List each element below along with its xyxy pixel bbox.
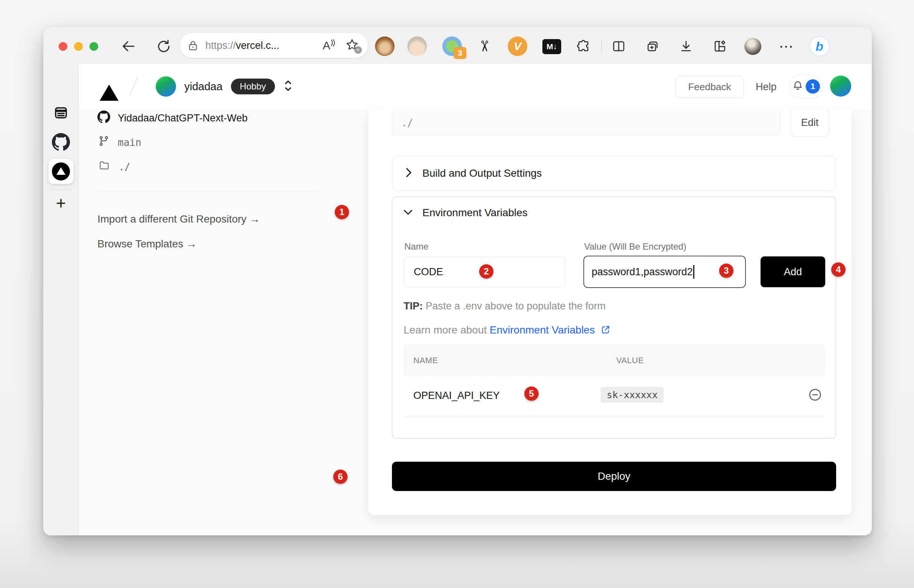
extensions-puzzle-icon[interactable] [574, 37, 593, 56]
env-col-value: VALUE [616, 355, 644, 365]
root-directory-input: ./ [392, 110, 780, 135]
deploy-button[interactable]: Deploy [392, 462, 836, 491]
notification-count-badge: 1 [806, 79, 820, 94]
vercel-page: yidadaa Hobby Feedback Help 1 Yidadaa/Ch… [78, 64, 872, 535]
env-learn-more: Learn more about Environment Variables [404, 324, 610, 337]
notifications-button[interactable]: 1 [789, 75, 823, 98]
sidebar-divider [50, 189, 72, 190]
annotation-badge-5: 5 [524, 386, 539, 401]
read-aloud-icon[interactable]: A [323, 39, 335, 52]
settings-more-icon[interactable]: ⋯ [777, 37, 796, 56]
annotation-badge-4: 4 [831, 262, 846, 277]
workspaces-icon[interactable] [710, 37, 730, 56]
environment-variables-section: Environment Variables Name Value (Will B… [392, 197, 836, 439]
chevron-updown-icon[interactable] [283, 79, 293, 94]
import-different-repo-link[interactable]: Import a different Git Repository → [97, 213, 260, 225]
vercel-logo[interactable] [100, 78, 118, 85]
minimize-window-button[interactable] [74, 42, 83, 51]
toolbar-divider [602, 39, 602, 53]
chevron-down-icon [403, 208, 413, 218]
left-panel-divider [97, 191, 319, 191]
user-avatar[interactable] [830, 76, 851, 97]
feedback-button[interactable]: Feedback [676, 76, 744, 98]
build-output-settings-section[interactable]: Build and Output Settings [392, 156, 836, 191]
env-row-name: OPENAI_API_KEY [413, 390, 500, 402]
tab-panel-icon[interactable] [50, 102, 72, 124]
root-dir-row: ./ [98, 160, 130, 174]
env-docs-link[interactable]: Environment Variables [490, 324, 595, 336]
selected-repo-row: Yidadaa/ChatGPT-Next-Web [97, 110, 248, 126]
browse-templates-link[interactable]: Browse Templates → [97, 238, 197, 250]
vercel-header: yidadaa Hobby Feedback Help 1 [79, 64, 872, 109]
git-branch-icon [98, 135, 110, 149]
env-value-label: Value (Will Be Encrypted) [584, 241, 686, 252]
new-tab-button[interactable]: + [50, 192, 72, 214]
remove-env-var-button[interactable] [808, 388, 822, 404]
profile-avatar[interactable] [744, 38, 761, 55]
annotation-badge-6: 6 [333, 470, 348, 484]
vercel-favicon [52, 162, 70, 181]
add-favorite-icon[interactable]: + [345, 38, 360, 53]
external-link-icon[interactable] [601, 325, 610, 337]
annotation-badge-1: 1 [335, 205, 349, 219]
env-row-value-chip: sk-xxxxxx [601, 387, 663, 403]
env-table-row: OPENAI_API_KEY sk-xxxxxx [404, 376, 825, 416]
help-link[interactable]: Help [755, 81, 777, 93]
markdown-extension-icon[interactable]: M↓ [542, 39, 561, 54]
bing-chat-icon[interactable]: b [809, 36, 830, 57]
annotation-badge-3: 3 [719, 263, 733, 278]
reload-button[interactable] [154, 37, 173, 56]
env-row-divider [404, 416, 825, 416]
team-avatar [156, 76, 176, 97]
split-screen-icon[interactable] [609, 37, 629, 56]
env-add-button[interactable]: Add [760, 257, 825, 287]
branch-row: main [98, 135, 141, 149]
close-window-button[interactable] [59, 42, 67, 51]
scissors-extension-icon[interactable]: ✂ [475, 37, 494, 56]
env-tip-text: TIP: Paste a .env above to populate the … [404, 300, 605, 312]
v-extension-icon[interactable]: V [508, 37, 527, 56]
env-table-header: NAME VALUE [404, 344, 825, 376]
annotation-badge-2: 2 [479, 264, 493, 279]
env-name-label: Name [404, 241, 429, 252]
folder-icon [98, 160, 110, 174]
edit-root-directory-button[interactable]: Edit [791, 109, 828, 137]
lock-icon [187, 39, 199, 52]
root-dir-value: ./ [118, 161, 130, 173]
configure-project-card: ./ Edit Build and Output Settings Enviro… [368, 109, 852, 515]
team-name: yidadaa [184, 81, 223, 93]
env-col-name: NAME [413, 355, 438, 365]
proxy-extension-icon[interactable]: 3 [442, 37, 462, 56]
url-scheme: https:// [205, 40, 236, 52]
address-bar[interactable]: https://vercel.c... A + [180, 33, 368, 58]
browser-window: https://vercel.c... A + 3 ✂ V M↓ [43, 27, 872, 535]
vertical-tab-sidebar: + [43, 64, 78, 535]
browser-toolbar: https://vercel.c... A + 3 ✂ V M↓ [43, 27, 872, 64]
collections-icon[interactable] [643, 37, 662, 56]
text-cursor [693, 265, 694, 279]
github-icon [97, 110, 110, 126]
build-settings-title: Build and Output Settings [422, 167, 542, 179]
url-text: vercel.c... [236, 40, 280, 52]
back-button[interactable] [118, 37, 138, 56]
team-switcher[interactable]: yidadaa Hobby [156, 76, 293, 97]
github-tab-icon[interactable] [52, 133, 70, 151]
env-section-title: Environment Variables [422, 207, 528, 219]
active-tab-vercel[interactable] [49, 159, 73, 184]
bell-icon [792, 80, 803, 93]
zoom-window-button[interactable] [89, 42, 98, 51]
plan-badge: Hobby [231, 79, 275, 94]
env-section-header[interactable]: Environment Variables [403, 207, 528, 219]
breadcrumb-slash [129, 77, 138, 96]
avatar-extension-icon[interactable] [408, 37, 427, 56]
chevron-right-icon [404, 167, 413, 180]
branch-name: main [118, 137, 141, 148]
extension-badge: 3 [454, 47, 466, 59]
downloads-icon[interactable] [676, 37, 696, 56]
repo-name: Yidadaa/ChatGPT-Next-Web [118, 112, 248, 124]
tampermonkey-extension-icon[interactable] [375, 37, 395, 56]
